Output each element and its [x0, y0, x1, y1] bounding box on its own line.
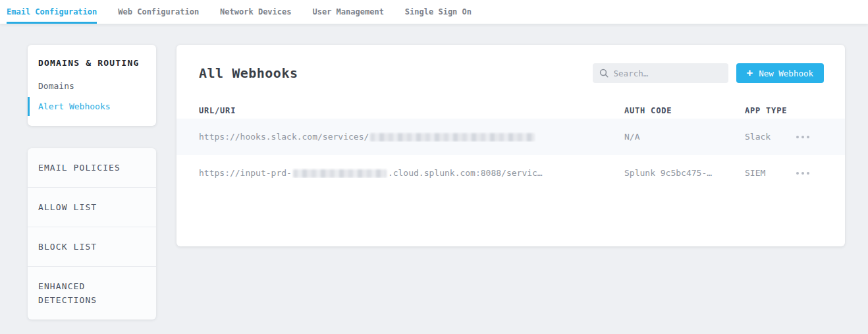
sidebar-item-email-policies[interactable]: EMAIL POLICIES [28, 148, 156, 188]
webhooks-table: URL/URI AUTH CODE APP TYPE https://hooks… [176, 103, 845, 191]
webhook-url: https://hooks.slack.com/services/ [199, 132, 624, 142]
redacted-url-segment [370, 133, 535, 142]
table-header-row: URL/URI AUTH CODE APP TYPE [176, 103, 845, 119]
sidebar-item-allow-list[interactable]: ALLOW LIST [28, 188, 156, 227]
webhook-url: https://input-prd-.cloud.splunk.com:8088… [199, 168, 624, 178]
table-row-slack-webhook[interactable]: https://hooks.slack.com/services/ N/A Sl… [176, 119, 845, 155]
top-nav-bar: Email Configuration Web Configuration Ne… [0, 0, 868, 24]
new-webhook-button[interactable]: + New Webhook [736, 63, 824, 83]
sidebar-item-domains[interactable]: Domains [38, 81, 146, 91]
table-row-splunk-webhook[interactable]: https://input-prd-.cloud.splunk.com:8088… [176, 155, 845, 191]
webhook-app-type: SIEM [745, 168, 795, 178]
sidebar-section-header: DOMAINS & ROUTING [38, 58, 146, 68]
search-icon [599, 69, 609, 78]
column-header-url-uri: URL/URI [199, 106, 624, 115]
webhooks-panel: All Webhooks + New Webhook URL/URI AUTH … [176, 45, 845, 246]
sidebar-item-block-list[interactable]: BLOCK LIST [28, 227, 156, 267]
redacted-url-segment [293, 169, 387, 178]
search-input[interactable] [614, 69, 722, 78]
tab-single-sign-on[interactable]: Single Sign On [405, 0, 472, 24]
sidebar-domains-routing-card: DOMAINS & ROUTING Domains Alert Webhooks [28, 45, 156, 126]
sidebar-item-alert-webhooks[interactable]: Alert Webhooks [38, 101, 146, 111]
webhook-app-type: Slack [745, 132, 795, 142]
tab-web-configuration[interactable]: Web Configuration [118, 0, 199, 24]
tab-network-devices[interactable]: Network Devices [220, 0, 291, 24]
webhook-auth-code: N/A [624, 132, 745, 142]
new-webhook-button-label: New Webhook [759, 69, 813, 78]
tab-user-management[interactable]: User Management [312, 0, 383, 24]
search-box[interactable] [593, 63, 728, 83]
tab-email-configuration[interactable]: Email Configuration [7, 0, 97, 24]
row-menu-ellipsis-icon[interactable] [795, 132, 811, 142]
column-header-auth-code: AUTH CODE [624, 106, 745, 115]
sidebar-item-enhanced-detections[interactable]: ENHANCED DETECTIONS [28, 267, 156, 320]
sidebar-policy-sections-card: EMAIL POLICIES ALLOW LIST BLOCK LIST ENH… [28, 148, 156, 320]
webhook-auth-code: Splunk 9c5bc475-… [624, 168, 745, 178]
plus-icon: + [747, 68, 753, 78]
page-title: All Webhooks [199, 65, 298, 81]
column-header-app-type: APP TYPE [745, 106, 795, 115]
row-menu-ellipsis-icon[interactable] [795, 168, 811, 179]
